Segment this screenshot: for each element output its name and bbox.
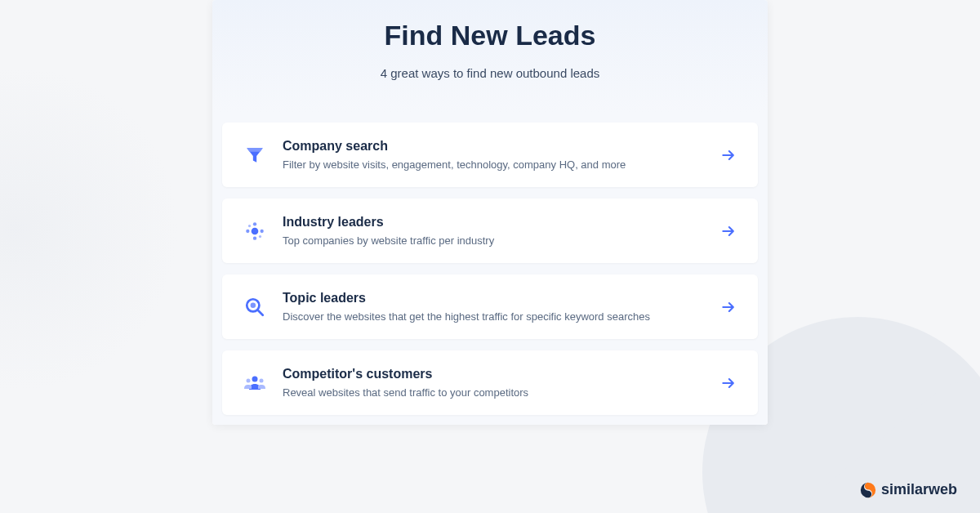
svg-point-2 [246, 229, 249, 232]
people-icon [242, 370, 268, 396]
svg-point-6 [248, 224, 251, 226]
option-title: Company search [283, 139, 704, 154]
nodes-icon [242, 218, 268, 244]
funnel-icon [242, 142, 268, 168]
brand-name: similarweb [881, 481, 957, 498]
svg-point-1 [252, 227, 259, 234]
option-topic-leaders[interactable]: Topic leaders Discover the websites that… [222, 274, 758, 339]
svg-point-13 [252, 376, 258, 381]
page-title: Find New Leads [237, 20, 743, 51]
page-subtitle: 4 great ways to find new outbound leads [237, 66, 743, 80]
option-competitors-customers[interactable]: Competitor's customers Reveal websites t… [222, 350, 758, 415]
svg-point-4 [253, 222, 256, 225]
arrow-right-icon [719, 145, 738, 165]
svg-line-11 [258, 310, 263, 314]
option-description: Reveal websites that send traffic to you… [283, 386, 704, 399]
magnifier-icon [242, 294, 268, 320]
options-list: Company search Filter by website visits,… [212, 113, 768, 425]
background-decoration-left [0, 65, 180, 392]
find-leads-panel: Find New Leads 4 great ways to find new … [212, 0, 768, 425]
arrow-right-icon [719, 373, 738, 393]
arrow-right-icon [719, 297, 738, 317]
option-title: Topic leaders [283, 291, 704, 306]
option-content: Competitor's customers Reveal websites t… [283, 367, 704, 399]
svg-point-5 [253, 236, 256, 239]
svg-point-10 [251, 302, 256, 308]
option-company-search[interactable]: Company search Filter by website visits,… [222, 123, 758, 187]
option-content: Industry leaders Top companies by websit… [283, 215, 704, 247]
svg-point-15 [260, 378, 264, 382]
option-title: Industry leaders [283, 215, 704, 230]
option-content: Company search Filter by website visits,… [283, 139, 704, 171]
svg-point-7 [259, 234, 261, 237]
svg-point-3 [261, 229, 264, 232]
option-industry-leaders[interactable]: Industry leaders Top companies by websit… [222, 199, 758, 263]
similarweb-icon [860, 482, 876, 498]
option-description: Discover the websites that get the highe… [283, 310, 704, 323]
brand-logo: similarweb [860, 481, 957, 498]
option-content: Topic leaders Discover the websites that… [283, 291, 704, 323]
option-description: Filter by website visits, engagement, te… [283, 158, 704, 171]
panel-header: Find New Leads 4 great ways to find new … [212, 0, 768, 113]
arrow-right-icon [719, 221, 738, 241]
svg-point-14 [247, 378, 251, 382]
option-title: Competitor's customers [283, 367, 704, 381]
option-description: Top companies by website traffic per ind… [283, 234, 704, 247]
